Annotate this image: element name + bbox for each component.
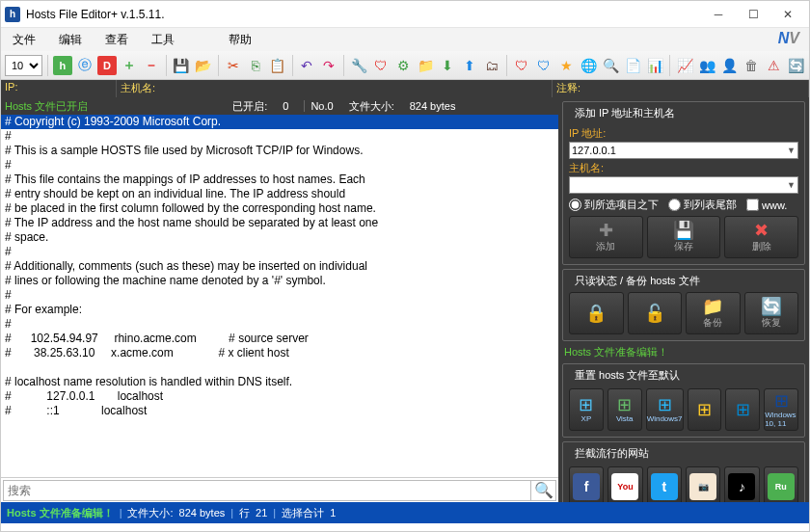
menu-help[interactable]: 帮助: [217, 28, 263, 51]
tb-tool6-icon[interactable]: ⬆: [460, 56, 479, 75]
tb-cut-icon[interactable]: ✂: [224, 56, 243, 75]
block-youtube-button[interactable]: You: [608, 466, 642, 502]
editor-line[interactable]: [1, 360, 558, 375]
block-instagram-button[interactable]: 📷: [686, 466, 720, 502]
close-button[interactable]: ✕: [770, 2, 805, 27]
editor-line[interactable]: #: [1, 158, 558, 173]
menu-edit[interactable]: 编辑: [47, 28, 94, 51]
os-button-3[interactable]: ⊞: [688, 388, 722, 431]
restore-button[interactable]: 🔄恢复: [744, 292, 799, 334]
editor-line[interactable]: # be placed in the first column followed…: [1, 201, 558, 216]
editor-line[interactable]: # The IP address and the host name shoul…: [1, 216, 558, 230]
minimize-button[interactable]: ─: [701, 2, 736, 27]
tb-redo-icon[interactable]: ↷: [319, 56, 338, 75]
editor-line[interactable]: # Copyright (c) 1993-2009 Microsoft Corp…: [1, 115, 558, 129]
unlock-button[interactable]: 🔓: [628, 292, 683, 334]
tb-tool12-icon[interactable]: 📊: [645, 56, 664, 75]
check-www[interactable]: www.: [746, 199, 787, 211]
rutracker-icon: Ru: [768, 473, 795, 500]
tb-shield1-icon[interactable]: 🛡: [512, 56, 531, 75]
group-lock-title: 只读状态 / 备份 hosts 文件: [571, 274, 704, 288]
group-block: 拦截流行的网站 fYout📷♪Ru: [562, 441, 805, 502]
tb-ie-icon[interactable]: ⓔ: [75, 56, 94, 75]
editor-line[interactable]: # For example:: [1, 303, 558, 317]
tb-tool11-icon[interactable]: 📄: [623, 56, 642, 75]
tb-tool9-icon[interactable]: 🌐: [579, 56, 598, 75]
tb-tool7-icon[interactable]: 🗂: [482, 56, 501, 75]
separator: [669, 55, 670, 76]
lock-button[interactable]: 🔒: [569, 292, 624, 334]
save-button[interactable]: 💾保存: [647, 216, 721, 258]
youtube-icon: You: [611, 473, 638, 500]
lock-closed-icon: 🔒: [585, 305, 607, 322]
block-rutracker-button[interactable]: Ru: [764, 466, 798, 502]
editor-line[interactable]: # space.: [1, 230, 558, 245]
tb-tool5-icon[interactable]: ⬇: [438, 56, 457, 75]
block-twitter-button[interactable]: t: [647, 466, 682, 502]
tb-d-icon[interactable]: D: [97, 56, 117, 75]
tb-trash-icon[interactable]: 🗑: [742, 56, 761, 75]
tb-del-icon[interactable]: －: [142, 56, 161, 75]
tb-tool8-icon[interactable]: ★: [556, 56, 576, 75]
fontsize-dropdown[interactable]: 10: [5, 55, 42, 76]
tb-tool3-icon[interactable]: ⚙: [393, 56, 413, 75]
editor-line[interactable]: # Additionally, comments (such as these)…: [1, 259, 558, 274]
tb-shield2-icon[interactable]: 🛡: [534, 56, 554, 75]
windows-icon: ⊞: [697, 401, 712, 418]
maximize-button[interactable]: ☐: [736, 2, 770, 27]
search-input[interactable]: [3, 480, 531, 501]
editor-line[interactable]: # 38.25.63.10 x.acme.com # x client host: [1, 346, 558, 360]
radio-below[interactable]: 到所选项目之下: [569, 198, 659, 212]
tb-add-icon[interactable]: ＋: [120, 56, 139, 75]
tb-tool1-icon[interactable]: 🔧: [349, 56, 368, 75]
editor-line[interactable]: #: [1, 288, 558, 303]
tb-paste-icon[interactable]: 📋: [268, 56, 287, 75]
tb-chart-icon[interactable]: 📈: [675, 56, 694, 75]
search-button[interactable]: 🔍: [531, 480, 556, 501]
editor-line[interactable]: #: [1, 129, 558, 144]
tb-h-icon[interactable]: h: [53, 56, 72, 75]
tb-open-icon[interactable]: 📂: [194, 56, 213, 75]
block-tiktok-button[interactable]: ♪: [724, 466, 759, 502]
tb-undo-icon[interactable]: ↶: [297, 56, 316, 75]
tb-tool10-icon[interactable]: 🔍: [601, 56, 620, 75]
editor-line[interactable]: #: [1, 317, 558, 332]
editor-line[interactable]: #: [1, 245, 558, 259]
os-button-1[interactable]: ⊞Vista: [608, 388, 642, 431]
os-button-2[interactable]: ⊞Windows7: [646, 388, 684, 431]
menu-view[interactable]: 查看: [94, 28, 140, 51]
editor-line[interactable]: # entry should be kept on an individual …: [1, 187, 558, 201]
tb-users-icon[interactable]: 👥: [697, 56, 716, 75]
block-facebook-button[interactable]: f: [569, 466, 604, 502]
editor-line[interactable]: # lines or following the machine name de…: [1, 274, 558, 288]
os-button-4[interactable]: ⊞: [725, 388, 760, 431]
menu-tools[interactable]: 工具: [140, 28, 186, 51]
hosts-editor[interactable]: # Copyright (c) 1993-2009 Microsoft Corp…: [1, 115, 558, 477]
os-button-0[interactable]: ⊞XP: [569, 388, 604, 431]
backup-button[interactable]: 📁备份: [686, 292, 741, 334]
editor-line[interactable]: # 127.0.0.1 localhost: [1, 389, 558, 404]
tb-tool2-icon[interactable]: 🛡: [371, 56, 391, 75]
column-header: IP: 主机名: 注释:: [1, 80, 809, 97]
editor-line[interactable]: # localhost name resolution is handled w…: [1, 375, 558, 389]
tb-tool4-icon[interactable]: 📁: [416, 56, 435, 75]
editor-line[interactable]: # This is a sample HOSTS file used by Mi…: [1, 144, 558, 158]
tb-user-icon[interactable]: 👤: [719, 56, 739, 75]
editor-line[interactable]: # This file contains the mappings of IP …: [1, 173, 558, 187]
add-button[interactable]: ✚添加: [569, 216, 643, 258]
menu-file[interactable]: 文件: [1, 28, 47, 51]
editor-line[interactable]: # ::1 localhost: [1, 404, 558, 418]
tiktok-icon: ♪: [728, 473, 755, 500]
tb-refresh-icon[interactable]: 🔄: [786, 56, 805, 75]
ip-input[interactable]: 127.0.0.1▼: [569, 142, 798, 159]
editor-line[interactable]: # 102.54.94.97 rhino.acme.com # source s…: [1, 332, 558, 346]
tb-warn-icon[interactable]: ⚠: [764, 56, 783, 75]
lock-open-icon: 🔓: [644, 305, 665, 322]
tb-save-icon[interactable]: 💾: [172, 56, 191, 75]
os-button-5[interactable]: ⊞Windows 10, 11: [764, 388, 798, 431]
chevron-down-icon: ▼: [787, 180, 796, 190]
host-input[interactable]: ▼: [569, 176, 798, 194]
radio-tail[interactable]: 到列表尾部: [668, 198, 737, 212]
tb-copy-icon[interactable]: ⎘: [246, 56, 265, 75]
delete-button[interactable]: ✖删除: [724, 216, 798, 258]
